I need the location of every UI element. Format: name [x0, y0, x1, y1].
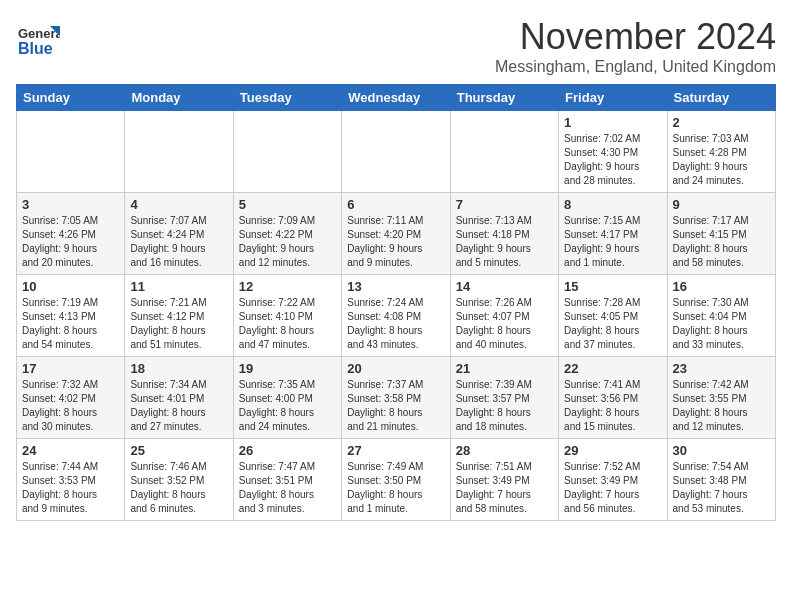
day-number: 10: [22, 279, 119, 294]
day-number: 26: [239, 443, 336, 458]
day-number: 5: [239, 197, 336, 212]
calendar-cell: 7Sunrise: 7:13 AM Sunset: 4:18 PM Daylig…: [450, 193, 558, 275]
calendar-cell: 3Sunrise: 7:05 AM Sunset: 4:26 PM Daylig…: [17, 193, 125, 275]
day-info: Sunrise: 7:19 AM Sunset: 4:13 PM Dayligh…: [22, 296, 119, 352]
day-number: 28: [456, 443, 553, 458]
calendar-cell: 8Sunrise: 7:15 AM Sunset: 4:17 PM Daylig…: [559, 193, 667, 275]
calendar-cell: 24Sunrise: 7:44 AM Sunset: 3:53 PM Dayli…: [17, 439, 125, 521]
calendar-cell: 23Sunrise: 7:42 AM Sunset: 3:55 PM Dayli…: [667, 357, 775, 439]
day-header-tuesday: Tuesday: [233, 85, 341, 111]
day-info: Sunrise: 7:47 AM Sunset: 3:51 PM Dayligh…: [239, 460, 336, 516]
day-number: 6: [347, 197, 444, 212]
day-info: Sunrise: 7:39 AM Sunset: 3:57 PM Dayligh…: [456, 378, 553, 434]
calendar-cell: 10Sunrise: 7:19 AM Sunset: 4:13 PM Dayli…: [17, 275, 125, 357]
day-info: Sunrise: 7:37 AM Sunset: 3:58 PM Dayligh…: [347, 378, 444, 434]
day-header-thursday: Thursday: [450, 85, 558, 111]
day-info: Sunrise: 7:07 AM Sunset: 4:24 PM Dayligh…: [130, 214, 227, 270]
logo-icon: General Blue: [16, 16, 60, 60]
day-number: 24: [22, 443, 119, 458]
day-header-monday: Monday: [125, 85, 233, 111]
header: General Blue November 2024 Messingham, E…: [16, 16, 776, 76]
day-info: Sunrise: 7:22 AM Sunset: 4:10 PM Dayligh…: [239, 296, 336, 352]
day-header-friday: Friday: [559, 85, 667, 111]
day-info: Sunrise: 7:52 AM Sunset: 3:49 PM Dayligh…: [564, 460, 661, 516]
svg-text:Blue: Blue: [18, 40, 53, 57]
day-info: Sunrise: 7:17 AM Sunset: 4:15 PM Dayligh…: [673, 214, 770, 270]
day-info: Sunrise: 7:51 AM Sunset: 3:49 PM Dayligh…: [456, 460, 553, 516]
calendar-cell: 22Sunrise: 7:41 AM Sunset: 3:56 PM Dayli…: [559, 357, 667, 439]
day-number: 14: [456, 279, 553, 294]
day-number: 2: [673, 115, 770, 130]
title-area: November 2024 Messingham, England, Unite…: [495, 16, 776, 76]
day-number: 13: [347, 279, 444, 294]
calendar-cell: 14Sunrise: 7:26 AM Sunset: 4:07 PM Dayli…: [450, 275, 558, 357]
calendar-cell: 20Sunrise: 7:37 AM Sunset: 3:58 PM Dayli…: [342, 357, 450, 439]
day-number: 12: [239, 279, 336, 294]
calendar-cell: 19Sunrise: 7:35 AM Sunset: 4:00 PM Dayli…: [233, 357, 341, 439]
day-number: 16: [673, 279, 770, 294]
day-info: Sunrise: 7:35 AM Sunset: 4:00 PM Dayligh…: [239, 378, 336, 434]
day-number: 7: [456, 197, 553, 212]
day-info: Sunrise: 7:42 AM Sunset: 3:55 PM Dayligh…: [673, 378, 770, 434]
day-info: Sunrise: 7:30 AM Sunset: 4:04 PM Dayligh…: [673, 296, 770, 352]
day-number: 19: [239, 361, 336, 376]
day-info: Sunrise: 7:41 AM Sunset: 3:56 PM Dayligh…: [564, 378, 661, 434]
day-number: 17: [22, 361, 119, 376]
day-info: Sunrise: 7:49 AM Sunset: 3:50 PM Dayligh…: [347, 460, 444, 516]
day-info: Sunrise: 7:03 AM Sunset: 4:28 PM Dayligh…: [673, 132, 770, 188]
day-header-sunday: Sunday: [17, 85, 125, 111]
calendar-cell: 9Sunrise: 7:17 AM Sunset: 4:15 PM Daylig…: [667, 193, 775, 275]
calendar-cell: [17, 111, 125, 193]
calendar-week-1: 1Sunrise: 7:02 AM Sunset: 4:30 PM Daylig…: [17, 111, 776, 193]
day-number: 21: [456, 361, 553, 376]
calendar-week-4: 17Sunrise: 7:32 AM Sunset: 4:02 PM Dayli…: [17, 357, 776, 439]
calendar-week-3: 10Sunrise: 7:19 AM Sunset: 4:13 PM Dayli…: [17, 275, 776, 357]
day-info: Sunrise: 7:11 AM Sunset: 4:20 PM Dayligh…: [347, 214, 444, 270]
day-info: Sunrise: 7:32 AM Sunset: 4:02 PM Dayligh…: [22, 378, 119, 434]
day-number: 30: [673, 443, 770, 458]
day-number: 15: [564, 279, 661, 294]
calendar-table: SundayMondayTuesdayWednesdayThursdayFrid…: [16, 84, 776, 521]
day-number: 22: [564, 361, 661, 376]
day-number: 23: [673, 361, 770, 376]
day-info: Sunrise: 7:09 AM Sunset: 4:22 PM Dayligh…: [239, 214, 336, 270]
calendar-cell: 28Sunrise: 7:51 AM Sunset: 3:49 PM Dayli…: [450, 439, 558, 521]
day-number: 1: [564, 115, 661, 130]
day-info: Sunrise: 7:44 AM Sunset: 3:53 PM Dayligh…: [22, 460, 119, 516]
day-info: Sunrise: 7:24 AM Sunset: 4:08 PM Dayligh…: [347, 296, 444, 352]
calendar-cell: 4Sunrise: 7:07 AM Sunset: 4:24 PM Daylig…: [125, 193, 233, 275]
calendar-cell: 29Sunrise: 7:52 AM Sunset: 3:49 PM Dayli…: [559, 439, 667, 521]
day-number: 8: [564, 197, 661, 212]
calendar-header-row: SundayMondayTuesdayWednesdayThursdayFrid…: [17, 85, 776, 111]
day-info: Sunrise: 7:34 AM Sunset: 4:01 PM Dayligh…: [130, 378, 227, 434]
calendar-cell: 21Sunrise: 7:39 AM Sunset: 3:57 PM Dayli…: [450, 357, 558, 439]
calendar-cell: 6Sunrise: 7:11 AM Sunset: 4:20 PM Daylig…: [342, 193, 450, 275]
calendar-cell: [125, 111, 233, 193]
calendar-title: November 2024: [495, 16, 776, 58]
calendar-cell: 2Sunrise: 7:03 AM Sunset: 4:28 PM Daylig…: [667, 111, 775, 193]
calendar-week-5: 24Sunrise: 7:44 AM Sunset: 3:53 PM Dayli…: [17, 439, 776, 521]
day-header-saturday: Saturday: [667, 85, 775, 111]
day-number: 27: [347, 443, 444, 458]
calendar-cell: 30Sunrise: 7:54 AM Sunset: 3:48 PM Dayli…: [667, 439, 775, 521]
day-info: Sunrise: 7:02 AM Sunset: 4:30 PM Dayligh…: [564, 132, 661, 188]
calendar-week-2: 3Sunrise: 7:05 AM Sunset: 4:26 PM Daylig…: [17, 193, 776, 275]
day-info: Sunrise: 7:46 AM Sunset: 3:52 PM Dayligh…: [130, 460, 227, 516]
day-number: 20: [347, 361, 444, 376]
day-number: 4: [130, 197, 227, 212]
day-number: 29: [564, 443, 661, 458]
day-info: Sunrise: 7:26 AM Sunset: 4:07 PM Dayligh…: [456, 296, 553, 352]
calendar-cell: 11Sunrise: 7:21 AM Sunset: 4:12 PM Dayli…: [125, 275, 233, 357]
day-info: Sunrise: 7:13 AM Sunset: 4:18 PM Dayligh…: [456, 214, 553, 270]
day-number: 9: [673, 197, 770, 212]
calendar-cell: 15Sunrise: 7:28 AM Sunset: 4:05 PM Dayli…: [559, 275, 667, 357]
calendar-cell: 1Sunrise: 7:02 AM Sunset: 4:30 PM Daylig…: [559, 111, 667, 193]
calendar-cell: 5Sunrise: 7:09 AM Sunset: 4:22 PM Daylig…: [233, 193, 341, 275]
calendar-cell: 25Sunrise: 7:46 AM Sunset: 3:52 PM Dayli…: [125, 439, 233, 521]
day-info: Sunrise: 7:05 AM Sunset: 4:26 PM Dayligh…: [22, 214, 119, 270]
calendar-cell: 18Sunrise: 7:34 AM Sunset: 4:01 PM Dayli…: [125, 357, 233, 439]
calendar-cell: [450, 111, 558, 193]
day-info: Sunrise: 7:15 AM Sunset: 4:17 PM Dayligh…: [564, 214, 661, 270]
day-number: 18: [130, 361, 227, 376]
calendar-cell: 27Sunrise: 7:49 AM Sunset: 3:50 PM Dayli…: [342, 439, 450, 521]
